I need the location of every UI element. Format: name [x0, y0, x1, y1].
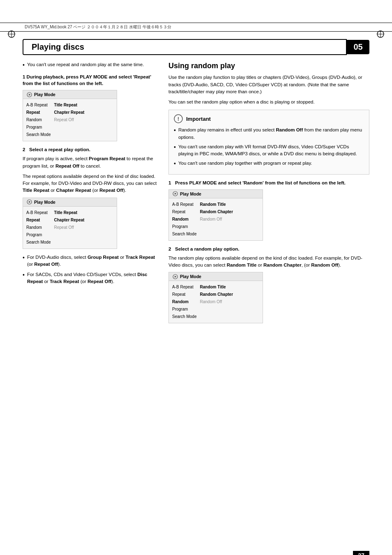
pm3-row1-left: A-B Repeat [172, 201, 196, 208]
important-bullet-2: You can't use random play with VR format… [174, 143, 364, 158]
pm1-row4-left: Program [26, 124, 51, 131]
header-bar: DV575A WY_Mid.book 27 ページ ２００４年１月２８日 水曜日… [0, 23, 392, 32]
pm4-row5-left: Search Mode [172, 313, 196, 320]
pm2-row2-left: Repeat [26, 216, 51, 224]
play-mode-right-4: Random Title Random Chapter Random Off [200, 283, 233, 320]
pm2-row5-left: Search Mode [26, 239, 51, 246]
pm1-row4-right [54, 124, 84, 131]
play-mode-box-2: Play Mode A-B Repeat Repeat Random Progr… [23, 198, 117, 249]
content-area: You can't use repeat and random play at … [0, 59, 392, 336]
play-mode-header-4: Play Mode [169, 272, 263, 281]
pm1-row1-right: Title Repeat [54, 101, 84, 109]
pm2-row1-left: A-B Repeat [26, 209, 51, 216]
svg-marker-15 [29, 201, 31, 203]
play-mode-left-2: A-B Repeat Repeat Random Program Search … [26, 209, 51, 246]
bullet-no-repeat-random: You can't use repeat and random play at … [23, 61, 158, 69]
step2-heading-left: 2 Select a repeat play option. [23, 146, 158, 153]
right-column: Using random play Use the random play fu… [168, 61, 369, 328]
pm1-row3-right: Repeat Off [54, 116, 84, 124]
page-number-area: 27 En [353, 551, 369, 555]
play-mode-header-3: Play Mode [169, 190, 263, 198]
play-mode-box-4: Play Mode A-B Repeat Repeat Random Progr… [168, 272, 263, 323]
pm4-row3-left: Random [172, 298, 196, 306]
title-section: Playing discs 05 [23, 39, 369, 55]
pm3-row3-right: Random Off [200, 216, 233, 223]
pm1-row1-left: A-B Repeat [26, 101, 51, 109]
pm4-row3-right: Random Off [200, 298, 233, 306]
pm2-row3-left: Random [26, 224, 51, 231]
page-container: DV575A WY_Mid.book 27 ページ ２００４年１月２８日 水曜日… [0, 23, 392, 555]
right-step2-body: The random play options available depend… [168, 255, 369, 269]
svg-marker-21 [175, 276, 177, 278]
play-mode-right-3: Random Title Random Chapter Random Off [200, 201, 233, 238]
step2-body1: If program play is active, select Progra… [23, 155, 158, 170]
page-title: Playing discs [23, 39, 347, 55]
intro-text-2: You can set the random play option when … [168, 99, 369, 106]
pm2-row4-right [54, 231, 84, 239]
pm4-row5-right [200, 313, 233, 320]
play-mode-body-4: A-B Repeat Repeat Random Program Search … [169, 281, 263, 323]
pm4-row1-right: Random Title [200, 283, 233, 291]
pm4-row2-right: Random Chapter [200, 291, 233, 298]
section-heading-random: Using random play [168, 61, 369, 71]
pm3-row5-left: Search Mode [172, 230, 196, 238]
pm3-row2-left: Repeat [172, 208, 196, 216]
play-mode-left-3: A-B Repeat Repeat Random Program Search … [172, 201, 196, 238]
svg-marker-13 [29, 94, 31, 96]
pm3-row2-right: Random Chapter [200, 208, 233, 216]
pm4-row2-left: Repeat [172, 291, 196, 298]
header-text: DV575A WY_Mid.book 27 ページ ２００４年１月２８日 水曜日… [25, 24, 171, 30]
pm4-row4-left: Program [172, 306, 196, 313]
important-bullet-3: You can't use random play together with … [174, 160, 364, 167]
play-mode-header-1: Play Mode [23, 90, 117, 99]
intro-text-1: Use the random play function to play tit… [168, 74, 369, 95]
play-mode-icon-4 [172, 274, 178, 279]
pm2-row2-right: Chapter Repeat [54, 216, 84, 224]
important-header: ! Important [174, 114, 364, 123]
bullet-dvd-audio: For DVD-Audio discs, select Group Repeat… [23, 254, 158, 268]
pm3-row1-right: Random Title [200, 201, 233, 208]
play-mode-body-3: A-B Repeat Repeat Random Program Search … [169, 198, 263, 240]
step2-body2: The repeat options available depend on t… [23, 173, 158, 194]
corner-mark-tr [376, 30, 385, 38]
pm1-row2-left: Repeat [26, 109, 51, 116]
pm3-row5-right [200, 230, 233, 238]
pm1-row5-left: Search Mode [26, 131, 51, 138]
pm4-row1-left: A-B Repeat [172, 283, 196, 291]
page-number: 27 [353, 551, 369, 555]
pm2-row1-right: Title Repeat [54, 209, 84, 216]
play-mode-left-4: A-B Repeat Repeat Random Program Search … [172, 283, 196, 320]
play-mode-body-1: A-B Repeat Repeat Random Program Search … [23, 99, 117, 141]
pm1-row3-left: Random [26, 116, 51, 124]
play-mode-left-1: A-B Repeat Repeat Random Program Search … [26, 101, 51, 138]
pm3-row4-left: Program [172, 223, 196, 230]
play-mode-right-2: Title Repeat Chapter Repeat Repeat Off [54, 209, 84, 246]
pm1-row2-right: Chapter Repeat [54, 109, 84, 116]
important-icon: ! [174, 114, 183, 123]
play-mode-body-2: A-B Repeat Repeat Random Program Search … [23, 207, 117, 249]
play-mode-right-1: Title Repeat Chapter Repeat Repeat Off [54, 101, 84, 138]
pm2-row3-right: Repeat Off [54, 224, 84, 231]
right-step2-heading: 2 Select a random play option. [168, 246, 369, 252]
important-bullet-1: Random play remains in effect until you … [174, 127, 364, 141]
pm1-row5-right [54, 131, 84, 138]
play-mode-box-3: Play Mode A-B Repeat Repeat Random Progr… [168, 189, 263, 241]
step1-heading: 1 During playback, press PLAY MODE and s… [23, 74, 158, 87]
right-step1-heading: 1 Press PLAY MODE and select 'Random' fr… [168, 180, 369, 186]
left-column: You can't use repeat and random play at … [23, 61, 158, 328]
play-mode-icon-1 [26, 92, 32, 97]
play-mode-icon-2 [26, 199, 32, 205]
corner-mark-tl [7, 30, 16, 38]
svg-marker-19 [175, 193, 177, 195]
chapter-number: 05 [347, 40, 369, 54]
pm2-row4-left: Program [26, 231, 51, 239]
play-mode-box-1: Play Mode A-B Repeat Repeat Random Progr… [23, 90, 117, 141]
play-mode-header-2: Play Mode [23, 198, 117, 207]
pm3-row3-left: Random [172, 216, 196, 223]
svg-text:!: ! [178, 116, 179, 122]
pm2-row5-right [54, 239, 84, 246]
bullet-sacd: For SACDs, CDs and Video CD/Super VCDs, … [23, 271, 158, 286]
pm3-row4-right [200, 223, 233, 230]
important-box: ! Important Random play remains in effec… [168, 110, 369, 174]
play-mode-icon-3 [172, 191, 178, 197]
